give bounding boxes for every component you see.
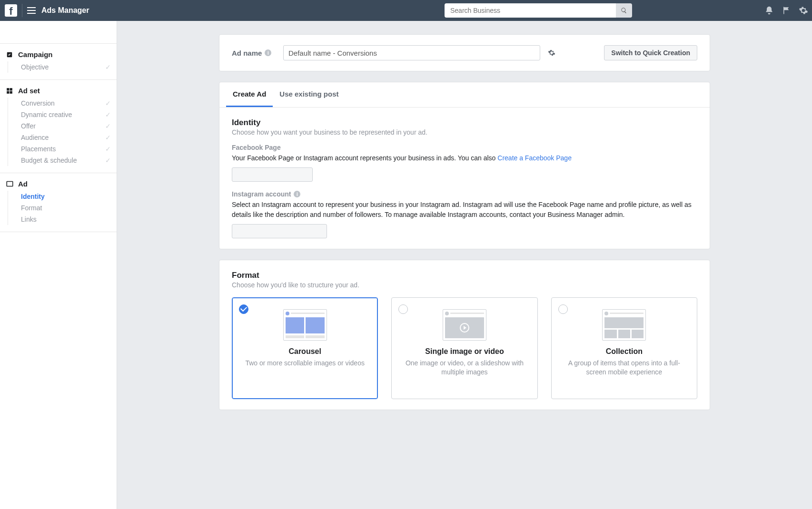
- adset-title: Ad set: [18, 87, 40, 95]
- tab-create-ad[interactable]: Create Ad: [226, 82, 273, 107]
- format-option-carousel[interactable]: Carousel Two or more scrollable images o…: [232, 297, 378, 399]
- info-icon[interactable]: i: [294, 191, 300, 197]
- divider: [22, 4, 22, 17]
- check-icon: ✓: [105, 122, 111, 130]
- main-content: Ad name i Switch to Quick Creation Creat…: [198, 21, 731, 509]
- campaign-title: Campaign: [18, 50, 53, 59]
- campaign-icon: [6, 51, 13, 59]
- format-option-title: Single image or video: [399, 347, 529, 356]
- tabs: Create Ad Use existing post: [219, 82, 710, 108]
- menu-icon[interactable]: [27, 7, 36, 14]
- format-option-single[interactable]: Single image or video One image or video…: [391, 297, 537, 399]
- settings-gear-icon[interactable]: [795, 0, 812, 21]
- format-title: Format: [232, 271, 697, 280]
- check-icon: ✓: [105, 111, 111, 118]
- svg-rect-4: [10, 91, 12, 93]
- format-option-desc: A group of items that opens into a full-…: [559, 359, 689, 377]
- carousel-illustration: [283, 309, 327, 341]
- radio-selected-icon: [239, 304, 248, 314]
- search-wrap: [445, 3, 632, 18]
- ad-name-input[interactable]: [283, 45, 540, 60]
- sidebar-header-ad[interactable]: Ad: [6, 180, 111, 188]
- notifications-icon[interactable]: [761, 0, 778, 21]
- format-card: Format Choose how you'd like to structur…: [219, 260, 710, 410]
- tab-use-existing-post[interactable]: Use existing post: [273, 82, 345, 107]
- search-input[interactable]: [445, 3, 616, 18]
- sidebar-blank: [0, 21, 117, 44]
- sidebar-item-links[interactable]: Links: [10, 214, 111, 225]
- app-title: Ads Manager: [41, 6, 89, 15]
- facebook-logo[interactable]: f: [5, 4, 17, 17]
- format-option-desc: One image or video, or a slideshow with …: [399, 359, 529, 377]
- format-option-desc: Two or more scrollable images or videos: [240, 359, 370, 368]
- sidebar-item-identity[interactable]: Identity: [10, 191, 111, 202]
- topbar: f Ads Manager: [0, 0, 812, 21]
- adset-icon: [6, 87, 13, 95]
- sidebar-header-campaign[interactable]: Campaign: [6, 50, 111, 59]
- ad-icon: [6, 180, 13, 188]
- radio-icon: [558, 304, 568, 314]
- ad-name-label: Ad name i: [232, 49, 275, 57]
- ad-name-settings-button[interactable]: [545, 46, 558, 59]
- facebook-page-label: Facebook Page: [232, 144, 697, 151]
- sidebar-section-adset: Ad set Conversion✓ Dynamic creative✓ Off…: [0, 80, 117, 173]
- sidebar-item-format[interactable]: Format: [10, 202, 111, 214]
- switch-quick-creation-button[interactable]: Switch to Quick Creation: [604, 45, 697, 60]
- sidebar-item-dynamic-creative[interactable]: Dynamic creative✓: [10, 109, 111, 120]
- gear-icon: [548, 49, 555, 57]
- sidebar-section-campaign: Campaign Objective ✓: [0, 44, 117, 80]
- radio-icon: [398, 304, 408, 314]
- ad-name-card: Ad name i Switch to Quick Creation: [219, 34, 710, 71]
- instagram-account-desc: Select an Instagram account to represent…: [232, 200, 697, 219]
- sidebar: Campaign Objective ✓ Ad set Conversion✓ …: [0, 21, 117, 509]
- sidebar-section-ad: Ad Identity Format Links: [0, 173, 117, 232]
- check-icon: ✓: [105, 63, 111, 71]
- instagram-account-label: Instagram account i: [232, 190, 697, 198]
- check-icon: ✓: [105, 134, 111, 141]
- create-fb-page-link[interactable]: Create a Facebook Page: [497, 154, 572, 162]
- check-icon: ✓: [105, 145, 111, 153]
- svg-rect-5: [7, 182, 13, 186]
- ad-title: Ad: [18, 180, 28, 188]
- format-option-title: Collection: [559, 347, 689, 356]
- sidebar-item-offer[interactable]: Offer✓: [10, 120, 111, 132]
- identity-subtitle: Choose how you want your business to be …: [232, 128, 697, 136]
- identity-title: Identity: [232, 118, 697, 127]
- single-illustration: [443, 309, 486, 341]
- collection-illustration: [602, 309, 646, 341]
- sidebar-item-placements[interactable]: Placements✓: [10, 143, 111, 155]
- svg-rect-3: [7, 91, 9, 93]
- instagram-account-dropdown[interactable]: [232, 224, 327, 238]
- sidebar-item-audience[interactable]: Audience✓: [10, 132, 111, 143]
- sidebar-header-adset[interactable]: Ad set: [6, 87, 111, 95]
- sidebar-item-budget-schedule[interactable]: Budget & schedule✓: [10, 155, 111, 166]
- format-option-collection[interactable]: Collection A group of items that opens i…: [551, 297, 697, 399]
- facebook-page-desc: Your Facebook Page or Instagram account …: [232, 153, 697, 163]
- check-icon: ✓: [105, 157, 111, 164]
- search-button[interactable]: [616, 3, 632, 18]
- flag-icon[interactable]: [778, 0, 795, 21]
- info-icon[interactable]: i: [265, 49, 271, 56]
- sidebar-item-objective[interactable]: Objective ✓: [10, 61, 111, 73]
- format-subtitle: Choose how you'd like to structure your …: [232, 281, 697, 289]
- topbar-right-icons: [761, 0, 812, 21]
- facebook-page-dropdown[interactable]: [232, 167, 313, 182]
- check-icon: ✓: [105, 99, 111, 107]
- search-icon: [621, 7, 627, 14]
- format-option-title: Carousel: [240, 347, 370, 356]
- sidebar-item-conversion[interactable]: Conversion✓: [10, 98, 111, 109]
- create-ad-card: Create Ad Use existing post Identity Cho…: [219, 82, 710, 249]
- svg-rect-2: [10, 88, 12, 90]
- svg-rect-1: [7, 88, 9, 90]
